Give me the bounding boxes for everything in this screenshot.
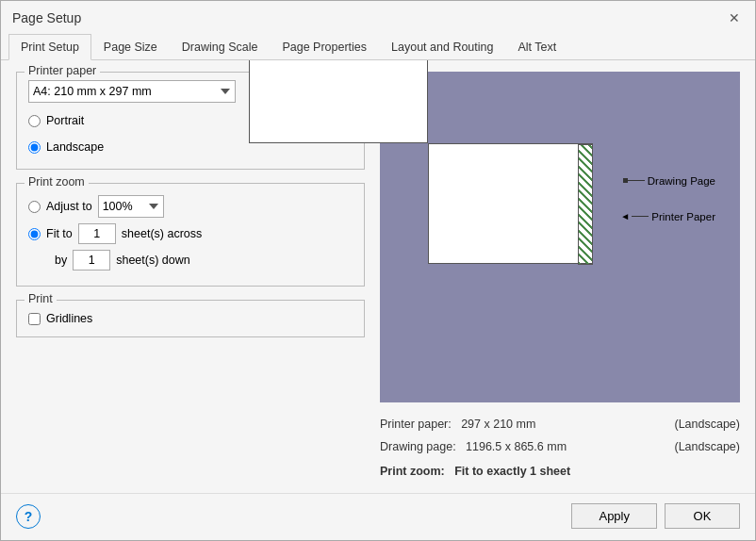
- sheets-down-label: sheet(s) down: [116, 254, 190, 267]
- tab-bar: Print Setup Page Size Drawing Scale Page…: [1, 33, 755, 60]
- drawing-page-shape: [428, 143, 593, 264]
- preview-box: Drawing Page ◄Printer Paper: [380, 72, 740, 402]
- drawing-page-info-value: 1196.5 x 865.6 mm: [466, 440, 567, 453]
- printer-paper-arrow: ◄: [620, 211, 630, 221]
- right-panel: Drawing Page ◄Printer Paper Printer pape…: [380, 72, 740, 482]
- landscape-row: Landscape: [28, 140, 104, 154]
- by-row: by sheet(s) down: [55, 250, 353, 270]
- printer-paper-info-value: 297 x 210 mm: [461, 418, 535, 431]
- fit-to-row: Fit to sheet(s) across: [28, 223, 353, 244]
- tab-drawing-scale[interactable]: Drawing Scale: [170, 34, 271, 60]
- printer-paper-label: Printer paper: [25, 64, 100, 77]
- info-section: Printer paper: 297 x 210 mm (Landscape) …: [380, 410, 740, 482]
- title-bar: Page Setup ✕: [1, 1, 755, 33]
- print-zoom-bold-value: Fit to exactly 1 sheet: [454, 465, 570, 478]
- tab-layout-routing[interactable]: Layout and Routing: [379, 34, 505, 60]
- gridlines-checkbox[interactable]: [28, 313, 41, 325]
- hatch-indicator: [578, 144, 593, 265]
- sheets-down-input[interactable]: [73, 250, 110, 270]
- drawing-page-info-key: Drawing page:: [380, 440, 456, 453]
- page-setup-dialog: Page Setup ✕ Print Setup Page Size Drawi…: [0, 0, 756, 541]
- gridlines-row: Gridlines: [28, 312, 353, 325]
- main-content: Printer paper A4: 210 mm x 297 mm Letter…: [1, 60, 755, 493]
- tab-page-size[interactable]: Page Size: [91, 34, 170, 60]
- fit-to-radio[interactable]: [28, 228, 41, 240]
- preview-container: Drawing Page ◄Printer Paper: [409, 134, 711, 341]
- printer-paper-info-key: Printer paper:: [380, 418, 452, 431]
- footer-buttons: Apply OK: [571, 503, 740, 529]
- drawing-page-text: Drawing Page: [648, 175, 715, 187]
- dialog-title: Page Setup: [12, 10, 81, 25]
- adjust-row: Adjust to 100% 75% 50% 150%: [28, 195, 353, 218]
- adjust-to-label: Adjust to: [46, 200, 92, 213]
- portrait-row: Portrait: [28, 114, 104, 127]
- drawing-page-info-orient: (Landscape): [675, 437, 741, 457]
- landscape-radio[interactable]: [28, 141, 41, 154]
- sheets-across-label: sheet(s) across: [122, 227, 202, 240]
- zoom-percent-select[interactable]: 100% 75% 50% 150%: [98, 195, 164, 218]
- tab-print-setup[interactable]: Print Setup: [8, 34, 91, 60]
- tab-alt-text[interactable]: Alt Text: [505, 34, 568, 60]
- drawing-page-info-row: Drawing page: 1196.5 x 865.6 mm (Landsca…: [380, 436, 740, 458]
- footer: ? Apply OK: [1, 493, 755, 540]
- orientation-options: Portrait Landscape: [28, 110, 104, 157]
- print-zoom-label: Print zoom: [25, 175, 89, 189]
- portrait-label: Portrait: [46, 114, 84, 127]
- tab-page-properties[interactable]: Page Properties: [270, 34, 379, 60]
- print-zoom-info-label: Print zoom:: [380, 465, 445, 478]
- apply-button[interactable]: Apply: [571, 503, 657, 529]
- printer-paper-line: [632, 216, 649, 217]
- printer-paper-info-label: Printer paper: 297 x 210 mm: [380, 415, 535, 434]
- drawing-page-info-label: Drawing page: 1196.5 x 865.6 mm: [380, 437, 567, 457]
- gridlines-label: Gridlines: [46, 312, 92, 325]
- print-zoom-group: Print zoom Adjust to 100% 75% 50% 150% F…: [16, 183, 365, 287]
- printer-paper-info-row: Printer paper: 297 x 210 mm (Landscape): [380, 414, 740, 435]
- printer-paper-shape: [249, 60, 428, 143]
- landscape-label: Landscape: [46, 140, 104, 154]
- drawing-page-line: [628, 180, 645, 181]
- printer-paper-indicator: ◄Printer Paper: [620, 211, 715, 222]
- drawing-page-indicator: Drawing Page: [623, 175, 715, 187]
- print-group-label: Print: [25, 292, 57, 305]
- help-button[interactable]: ?: [16, 504, 41, 529]
- printer-paper-text: Printer Paper: [651, 211, 715, 222]
- adjust-to-radio[interactable]: [28, 201, 41, 213]
- print-zoom-info: Print zoom: Fit to exactly 1 sheet: [380, 462, 740, 482]
- printer-paper-info-orient: (Landscape): [675, 415, 741, 434]
- print-group: Print Gridlines: [16, 300, 365, 337]
- fit-to-label: Fit to: [46, 227, 73, 240]
- paper-size-select[interactable]: A4: 210 mm x 297 mm Letter A3: [28, 80, 236, 103]
- portrait-radio[interactable]: [28, 115, 41, 127]
- print-zoom-info-value: Fit to exactly 1 sheet: [454, 465, 570, 478]
- sheets-across-input[interactable]: [78, 223, 116, 244]
- by-label: by: [55, 254, 67, 267]
- close-button[interactable]: ✕: [725, 8, 744, 27]
- ok-button[interactable]: OK: [665, 503, 740, 529]
